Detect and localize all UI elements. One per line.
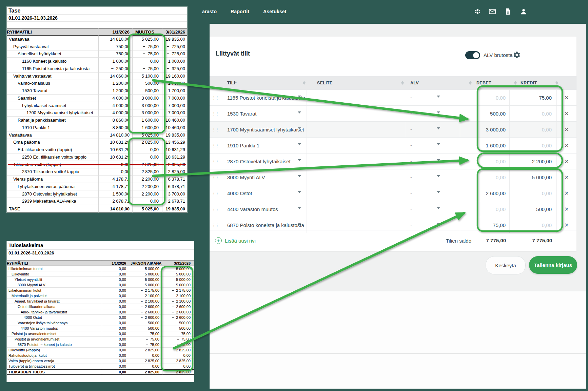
credit-input[interactable]: 0,00	[510, 106, 557, 121]
account-select[interactable]: 1165 Poistot koneista ja kalustosta	[217, 90, 307, 105]
drag-handle-icon[interactable]: ⋮⋮	[210, 143, 217, 148]
debit-input[interactable]: 2 600,00	[460, 185, 510, 201]
credit-input[interactable]: 75,00	[510, 90, 557, 105]
column-header-tili[interactable]: TILI*	[217, 81, 307, 85]
vat-select[interactable]: -	[405, 122, 460, 137]
remove-row-button[interactable]: ✕	[557, 126, 576, 133]
sort-icon[interactable]	[469, 81, 472, 85]
debit-input[interactable]: 1 600,00	[460, 138, 510, 153]
sheet-value-cell: 500,00	[162, 320, 194, 326]
debit-input[interactable]: 0,00	[460, 169, 510, 185]
description-cell[interactable]	[307, 106, 405, 121]
vat-select[interactable]: -	[405, 90, 460, 105]
add-row-button[interactable]: + Lisää uusi rivi	[215, 237, 256, 244]
description-cell[interactable]	[307, 90, 405, 105]
debit-input[interactable]: 3 000,00	[460, 122, 510, 137]
vat-select[interactable]: -	[405, 201, 460, 217]
credit-input[interactable]: 0,00	[510, 122, 557, 137]
gear-icon[interactable]	[513, 51, 521, 59]
remove-row-button[interactable]: ✕	[557, 222, 576, 228]
description-cell[interactable]	[307, 138, 405, 153]
sheet-value-cell: 2 678,71	[98, 198, 132, 205]
drag-handle-icon[interactable]: ⋮⋮	[210, 223, 217, 228]
alv-toggle[interactable]	[465, 51, 480, 59]
remove-row-button[interactable]: ✕	[557, 95, 576, 101]
drag-handle-icon[interactable]: ⋮⋮	[210, 95, 217, 100]
drag-handle-icon[interactable]: ⋮⋮	[210, 111, 217, 116]
mail-icon[interactable]	[489, 8, 496, 15]
drag-handle-icon[interactable]: ⋮⋮	[210, 127, 217, 132]
nav-item-varasto[interactable]: arasto	[202, 9, 217, 14]
user-icon[interactable]	[520, 8, 527, 15]
credit-input[interactable]: 5 000,00	[510, 169, 557, 185]
drag-handle-icon[interactable]: ⋮⋮	[210, 175, 217, 180]
globe-icon[interactable]	[474, 8, 481, 15]
vat-select[interactable]: -	[405, 106, 460, 121]
debit-input[interactable]: 0,00	[460, 201, 510, 217]
credit-input[interactable]: 500,00	[510, 201, 557, 217]
sheet-row: TILIKAUDEN TULOS0,002 825,002 825,00	[7, 369, 194, 375]
drag-handle-icon[interactable]: ⋮⋮	[210, 159, 217, 164]
save-button[interactable]: Tallenna kirjaus	[529, 256, 577, 274]
debit-input[interactable]: 0,00	[460, 90, 510, 105]
sheet-label-cell: Lyhytaikaiset saamiset	[7, 102, 98, 109]
chevron-down-icon	[437, 127, 440, 129]
sheet-value-cell: 14 060,00	[98, 73, 132, 80]
account-select[interactable]: 1700 Myyntisaamiset lyhytaikaiset	[217, 122, 307, 137]
card-title: Liittyvät tilit	[216, 50, 250, 57]
nav-item-raportit[interactable]: Raportit	[231, 9, 249, 14]
description-cell[interactable]	[307, 169, 405, 185]
description-cell[interactable]	[307, 122, 405, 137]
balance-sheet-period: 01.01.2026-31.03.2026	[7, 15, 187, 22]
sheet-value-cell: 0,00	[162, 353, 194, 358]
credit-input[interactable]: 2 200,00	[510, 153, 557, 169]
description-cell[interactable]	[307, 201, 405, 217]
sheet-value-cell: 0,00	[102, 282, 129, 288]
vat-select[interactable]: -	[405, 185, 460, 201]
account-select[interactable]: 3000 Myynti ALV	[217, 169, 307, 185]
sort-icon[interactable]	[303, 81, 306, 85]
sheet-label-cell: Rahoitustuotot ja -kulut	[7, 353, 102, 358]
sheet-value-cell: − 75,00	[162, 337, 194, 342]
sheet-row: 2870 Ostovelat lyhytaikaiset1 500,002 20…	[7, 190, 187, 198]
vat-select[interactable]: -	[405, 153, 460, 169]
sheet-label-cell: Lyhytaikainen vieras pääoma	[7, 183, 98, 190]
account-select[interactable]: 2870 Ostovelat lyhytaikaiset	[217, 153, 307, 169]
sort-icon[interactable]	[555, 81, 558, 85]
remove-row-button[interactable]: ✕	[557, 142, 576, 149]
account-select[interactable]: 4000 Ostot	[217, 185, 307, 201]
credit-input[interactable]: 0,00	[510, 138, 557, 153]
sort-icon[interactable]	[401, 81, 404, 85]
sheet-value-cell: 0,00	[102, 320, 129, 326]
remove-row-button[interactable]: ✕	[557, 190, 576, 197]
column-header-alv[interactable]: ALV	[405, 81, 460, 85]
account-select[interactable]: 1910 Pankki 1	[217, 138, 307, 153]
account-select[interactable]: 4400 Varaston muutos	[217, 201, 307, 217]
sheet-value-cell: 0,00	[102, 288, 129, 293]
drag-handle-icon[interactable]: ⋮⋮	[210, 191, 217, 196]
vat-select[interactable]: -	[405, 138, 460, 153]
column-header-debet[interactable]: DEBET	[460, 81, 510, 85]
remove-row-button[interactable]: ✕	[557, 158, 576, 165]
document-icon[interactable]	[504, 8, 512, 15]
sheet-label-cell: Tuloverot ja tilinpäätössiirrot	[7, 364, 102, 369]
account-select[interactable]: 1530 Tavarat	[217, 106, 307, 121]
sheet-value-cell: 0,00	[102, 337, 129, 342]
vat-select[interactable]: -	[405, 169, 460, 185]
drag-handle-icon[interactable]: ⋮⋮	[210, 207, 217, 212]
debit-input[interactable]: 0,00	[460, 153, 510, 169]
nav-item-asetukset[interactable]: Asetukset	[263, 9, 287, 14]
column-header-selite[interactable]: SELITE	[307, 81, 405, 85]
sheet-row: Liiketoiminnan kulut0,00− 2 175,00− 2 17…	[7, 288, 194, 293]
remove-row-button[interactable]: ✕	[557, 174, 576, 181]
cancel-button[interactable]: Keskeytä	[486, 256, 526, 274]
description-cell[interactable]	[307, 153, 405, 169]
sort-icon[interactable]	[514, 81, 517, 85]
description-cell[interactable]	[307, 185, 405, 201]
remove-row-button[interactable]: ✕	[557, 206, 576, 212]
credit-input[interactable]: 0,00	[510, 185, 557, 201]
remove-row-button[interactable]: ✕	[557, 110, 576, 117]
sheet-value-cell: 5 000,00	[129, 266, 162, 271]
sheet-row: 2250 Ed. tilikausien voitto/ tappio10 63…	[7, 153, 187, 161]
debit-input[interactable]: 500,00	[460, 106, 510, 121]
